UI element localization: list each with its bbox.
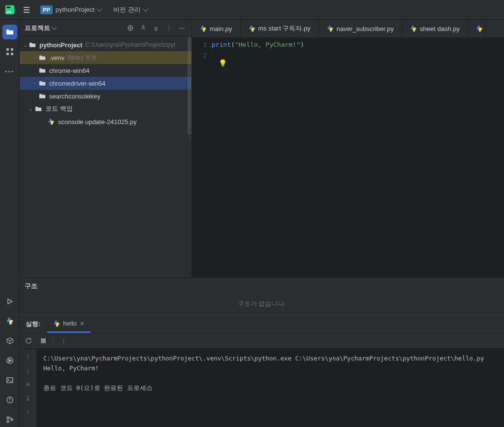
close-icon[interactable]: ✕ (80, 320, 85, 327)
tree-item[interactable]: › .venv library 루트 (20, 51, 191, 64)
svg-rect-2 (7, 11, 11, 12)
rerun-button[interactable] (24, 336, 33, 346)
python-file-icon (47, 118, 55, 126)
run-toolbar: ⋮ (20, 333, 504, 349)
tree-item[interactable]: ⌄ 코드 백업 (20, 102, 191, 115)
python-file-icon (476, 25, 483, 32)
folder-icon (38, 79, 46, 87)
tree-root[interactable]: ⌄ pythonProject C:\Users\yna\PycharmProj… (20, 38, 191, 51)
folder-icon (38, 54, 46, 62)
svg-point-11 (7, 421, 9, 423)
python-file-icon (249, 25, 255, 32)
main-menu-button[interactable] (22, 5, 32, 15)
stop-button[interactable] (38, 336, 48, 346)
select-opened-file-button[interactable] (126, 23, 135, 33)
project-panel-title[interactable]: 프로젝트 (25, 24, 123, 33)
project-tree[interactable]: ⌄ pythonProject C:\Users\yna\PycharmProj… (20, 36, 191, 277)
run-title: 실행: (26, 320, 40, 328)
truncated-text: uf (190, 135, 191, 141)
run-tool-button[interactable] (2, 294, 17, 309)
svg-rect-1 (7, 6, 10, 8)
svg-rect-14 (41, 338, 46, 343)
panel-options-button[interactable]: ⋮ (164, 23, 174, 33)
svg-rect-4 (11, 48, 13, 51)
run-panel: 실행: hello ✕ ⋮ ↑ ↓ ≡ ⤓ › (20, 315, 504, 427)
tree-item[interactable]: › chromedriver-win64 (20, 77, 191, 90)
project-badge: PP (40, 5, 53, 14)
more-tools-button[interactable]: ••• (2, 64, 17, 79)
chevron-right-icon[interactable]: › (32, 81, 38, 86)
editor-tab[interactable]: ms start 구독자.py (241, 20, 319, 37)
chevron-down-icon (51, 24, 57, 30)
more-actions-button[interactable]: ⋮ (59, 336, 68, 346)
editor-tab-partial[interactable] (468, 20, 485, 37)
svg-rect-5 (6, 53, 9, 55)
tree-item[interactable]: sconsole update-241025.py (20, 115, 191, 128)
collapse-all-button[interactable] (151, 23, 161, 33)
up-arrow-icon[interactable]: ↑ (27, 353, 30, 361)
hide-panel-button[interactable]: — (177, 23, 187, 33)
print-button[interactable]: › (27, 408, 30, 416)
run-config-tab[interactable]: hello ✕ (47, 315, 90, 333)
run-panel-header: 실행: hello ✕ (20, 315, 504, 333)
structure-tool-button[interactable] (2, 44, 17, 59)
topbar: PP pythonProject 버전 관리 (0, 0, 504, 20)
problems-tool-button[interactable] (2, 393, 17, 407)
structure-title: 구조 (25, 282, 499, 291)
svg-rect-6 (11, 53, 13, 55)
editor-tabs: main.py ms start 구독자.py naver_subscriber… (192, 20, 504, 37)
left-tool-rail: ••• (0, 20, 20, 427)
code-editor[interactable]: 1 2 print("Hello, PyCharm!") 💡 (192, 37, 504, 277)
down-arrow-icon[interactable]: ↓ (27, 366, 30, 374)
chevron-down-icon[interactable]: ⌄ (28, 106, 34, 112)
scroll-to-end-button[interactable]: ⤓ (25, 394, 31, 402)
project-name: pythonProject (56, 6, 95, 13)
editor-tab[interactable]: sheet dash.py (402, 20, 468, 37)
line-gutter: 1 2 (192, 39, 212, 277)
python-file-icon (200, 25, 207, 32)
structure-empty-message: 구조가 없습니다. (25, 299, 499, 308)
tree-item[interactable]: chrome-win64 (20, 64, 191, 77)
project-tool-button[interactable] (2, 25, 17, 39)
intention-bulb-icon[interactable]: 💡 (219, 59, 227, 67)
chevron-down-icon (143, 6, 148, 11)
project-selector[interactable]: PP pythonProject (37, 3, 104, 16)
editor-area: main.py ms start 구독자.py naver_subscriber… (192, 20, 504, 277)
svg-rect-3 (6, 48, 9, 51)
python-console-tool-button[interactable] (2, 314, 17, 328)
expand-all-button[interactable] (138, 23, 148, 33)
soft-wrap-button[interactable]: ≡ (26, 380, 30, 388)
vcs-menu[interactable]: 버전 관리 (110, 3, 151, 16)
svg-rect-0 (5, 5, 14, 14)
project-panel-header: 프로젝트 ⋮ — (20, 20, 191, 36)
ellipsis-icon: ••• (5, 68, 15, 75)
project-panel: 프로젝트 ⋮ — ⌄ pythonProject C:\User (20, 20, 192, 277)
folder-icon (34, 105, 42, 113)
services-tool-button[interactable] (2, 353, 17, 368)
chevron-down-icon: ⌄ (22, 42, 29, 48)
git-tool-button[interactable] (2, 412, 17, 427)
app-logo-icon (4, 4, 16, 16)
tree-item[interactable]: searchconsolekey (20, 90, 191, 102)
editor-tab[interactable]: naver_subscriber.py (319, 20, 402, 37)
structure-panel: 구조 구조가 없습니다. (20, 277, 504, 315)
chevron-down-icon (97, 6, 102, 11)
vcs-label: 버전 관리 (113, 5, 141, 14)
terminal-tool-button[interactable] (2, 373, 17, 388)
packages-tool-button[interactable] (2, 333, 17, 348)
python-file-icon (327, 25, 334, 32)
editor-tab[interactable]: main.py (192, 20, 241, 37)
folder-icon (38, 92, 46, 100)
svg-rect-8 (7, 378, 13, 383)
svg-point-10 (7, 417, 9, 419)
chevron-right-icon[interactable]: › (32, 55, 38, 61)
console-output[interactable]: C:\Users\yna\PycharmProjects\pythonProje… (36, 349, 504, 427)
folder-icon (29, 41, 36, 49)
code-content[interactable]: print("Hello, PyCharm!") (212, 39, 504, 277)
scrollbar[interactable] (188, 36, 191, 135)
run-side-toolbar: ↑ ↓ ≡ ⤓ › (20, 349, 36, 427)
folder-icon (38, 66, 46, 74)
python-file-icon (410, 25, 417, 32)
python-file-icon (53, 320, 60, 327)
